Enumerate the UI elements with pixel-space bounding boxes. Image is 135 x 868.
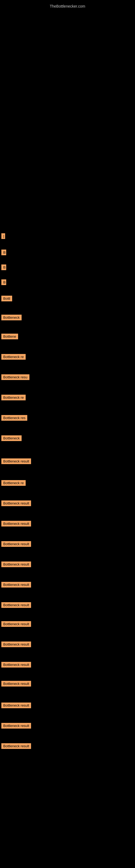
list-item: Bottleneck result (0, 681, 31, 688)
list-item: Bottleneck resu (0, 374, 30, 381)
list-item: Bottleneck result (0, 602, 31, 609)
bottleneck-result-label: B (1, 279, 6, 285)
list-item: Bottleneck res (0, 415, 27, 422)
bottleneck-result-label: B (1, 250, 6, 255)
list-item: Bottleneck result (0, 541, 31, 548)
bottleneck-result-label: Bottleneck result (1, 703, 31, 708)
list-item: Bottleneck re (0, 395, 26, 401)
bottleneck-result-label: Bottleneck result (1, 541, 31, 547)
site-title: TheBottlenecker.com (0, 1, 135, 10)
bottleneck-result-label: Bottleneck result (1, 743, 31, 749)
list-item: Bottleneck result (0, 743, 31, 750)
list-item: Bottleneck result (0, 703, 31, 709)
bottleneck-result-label: Bottleneck (1, 435, 21, 441)
list-item: Bottlene (0, 334, 18, 340)
list-item: Bottleneck result (0, 500, 31, 507)
bottleneck-result-label: Bottleneck result (1, 458, 31, 464)
list-item: Bottleneck (0, 315, 21, 321)
list-item: B (0, 250, 6, 256)
bottleneck-result-label: Bottlene (1, 334, 18, 339)
bottleneck-result-label: Bottleneck result (1, 521, 31, 527)
bottleneck-result-label: Bottleneck result (1, 723, 31, 728)
bottleneck-result-label: Bottleneck re (1, 354, 26, 360)
list-item: B (0, 279, 6, 286)
list-item: Bottleneck result (0, 642, 31, 648)
bottleneck-result-label: Bottl (1, 296, 12, 301)
bottleneck-result-label: Bottleneck result (1, 662, 31, 668)
list-item: B (0, 265, 6, 271)
list-item: Bottleneck result (0, 561, 31, 568)
bottleneck-result-label: Bottleneck result (1, 561, 31, 567)
bottleneck-result-label: Bottleneck re (1, 480, 26, 486)
list-item: Bottleneck re (0, 354, 26, 361)
list-item: Bottleneck result (0, 662, 31, 669)
bottleneck-result-label: Bottleneck result (1, 642, 31, 647)
bottleneck-result-label: | (1, 233, 5, 239)
list-item: Bottleneck result (0, 521, 31, 528)
list-item: Bottleneck result (0, 458, 31, 465)
bottleneck-result-label: Bottleneck result (1, 621, 31, 627)
list-item: | (0, 233, 5, 240)
bottleneck-result-label: Bottleneck res (1, 415, 27, 421)
bottleneck-result-label: Bottleneck re (1, 395, 26, 400)
bottleneck-result-label: Bottleneck (1, 315, 21, 320)
list-item: Bottleneck re (0, 480, 26, 487)
bottleneck-result-label: Bottleneck resu (1, 374, 30, 380)
bottleneck-result-label: Bottleneck result (1, 602, 31, 608)
list-item: Bottl (0, 296, 12, 303)
bottleneck-result-label: Bottleneck result (1, 582, 31, 588)
bottleneck-result-label: Bottleneck result (1, 681, 31, 686)
list-item: Bottleneck (0, 435, 21, 442)
list-item: Bottleneck result (0, 582, 31, 589)
list-item: Bottleneck result (0, 621, 31, 628)
bottleneck-result-label: Bottleneck result (1, 500, 31, 506)
bottleneck-result-label: B (1, 265, 6, 270)
list-item: Bottleneck result (0, 723, 31, 730)
